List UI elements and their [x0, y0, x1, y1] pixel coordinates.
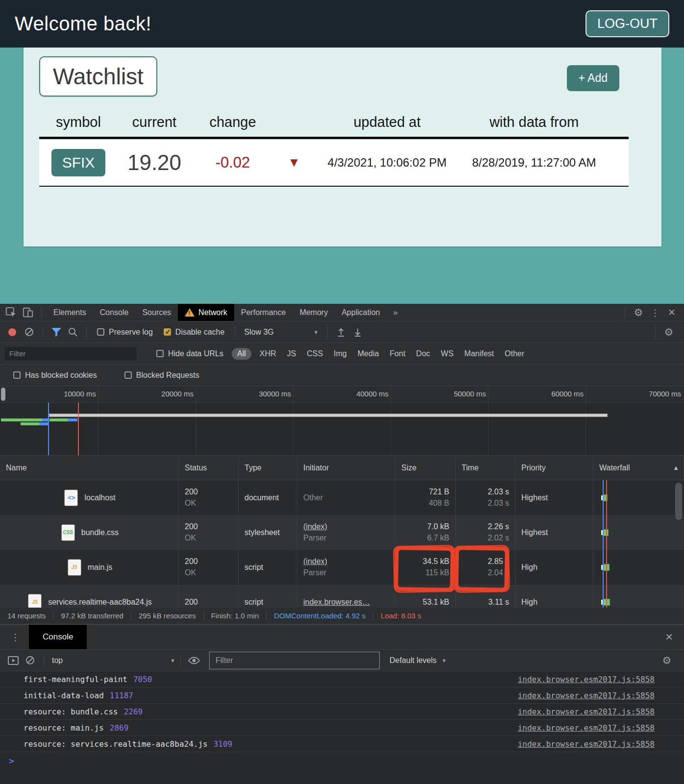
css-file-icon: CSS: [62, 525, 74, 540]
hide-data-urls-checkbox[interactable]: Hide data URLs: [156, 349, 223, 358]
eye-icon[interactable]: [186, 653, 202, 668]
col-status[interactable]: Status: [179, 456, 239, 480]
col-type[interactable]: Type: [239, 456, 297, 480]
request-row-localhost[interactable]: <> localhost 200OK document Other 721 B4…: [0, 480, 684, 515]
filter-type-css[interactable]: CSS: [307, 349, 323, 358]
source-link[interactable]: index.browser.esm2017.js:5858: [518, 739, 655, 749]
settings-gear-icon[interactable]: ⚙: [630, 305, 647, 320]
close-drawer-icon[interactable]: ✕: [665, 631, 673, 643]
device-toolbar-icon[interactable]: [20, 305, 36, 320]
clear-console-icon[interactable]: [26, 656, 34, 664]
col-with-data-from: with data from: [461, 114, 608, 130]
col-initiator[interactable]: Initiator: [297, 456, 395, 480]
clear-icon[interactable]: [25, 328, 33, 336]
network-summary-bar: 14 requests 97.2 kB transferred 295 kB r…: [0, 608, 684, 624]
waterfall-bar: [601, 494, 621, 501]
log-entry: initial-data-load11187 index.browser.esm…: [0, 687, 684, 704]
search-icon[interactable]: [65, 325, 81, 340]
filter-type-js[interactable]: JS: [287, 349, 296, 358]
tick-label: 30000 ms: [259, 390, 291, 398]
js-file-icon: JS: [28, 594, 41, 608]
record-icon[interactable]: [8, 328, 16, 336]
symbol-badge[interactable]: SFIX: [51, 149, 106, 176]
console-sidebar-icon[interactable]: [5, 653, 22, 668]
timeline-blue-bar: [68, 418, 77, 421]
network-settings-gear-icon[interactable]: ⚙: [660, 325, 677, 340]
filter-type-xhr[interactable]: XHR: [260, 349, 276, 358]
preserve-log-checkbox[interactable]: Preserve log: [97, 328, 153, 337]
console-settings-gear-icon[interactable]: ⚙: [659, 653, 675, 668]
devtools-tabbar: Elements Console Sources Network Perform…: [0, 304, 684, 321]
close-devtools-icon[interactable]: ✕: [663, 305, 680, 320]
filter-funnel-icon[interactable]: [48, 325, 65, 340]
col-name[interactable]: Name: [0, 456, 179, 480]
console-prompt[interactable]: >: [0, 752, 684, 769]
import-har-icon[interactable]: [333, 325, 349, 340]
col-waterfall[interactable]: Waterfall: [593, 456, 684, 480]
tick-label: 50000 ms: [454, 390, 486, 398]
drawer-kebab-icon[interactable]: ⋮: [11, 632, 20, 642]
filter-type-other[interactable]: Other: [505, 349, 524, 358]
waterfall-bar: [601, 529, 621, 536]
filter-type-all[interactable]: All: [232, 348, 251, 360]
tab-elements[interactable]: Elements: [47, 304, 93, 321]
source-link[interactable]: index.browser.esm2017.js:5858: [518, 723, 655, 733]
checkbox-checked-icon: [164, 328, 171, 336]
checkbox-icon: [13, 371, 21, 379]
throttling-dropdown[interactable]: Slow 3G ▼: [240, 328, 322, 337]
network-table-header: Name Status Type Initiator Size Time Pri…: [0, 456, 684, 480]
request-row-main-js[interactable]: JS main.js 200OK script (index)Parser 34…: [0, 550, 684, 585]
export-har-icon[interactable]: [349, 325, 366, 340]
col-size[interactable]: Size: [395, 456, 456, 480]
dcl-marker-line: [48, 403, 49, 455]
add-button[interactable]: + Add: [567, 65, 619, 91]
filter-type-img[interactable]: Img: [334, 349, 347, 358]
timeline-handle[interactable]: [1, 388, 5, 401]
disable-cache-checkbox[interactable]: Disable cache: [164, 328, 225, 337]
tab-application[interactable]: Application: [335, 304, 387, 321]
more-tabs-icon[interactable]: »: [387, 307, 404, 318]
filter-type-doc[interactable]: Doc: [416, 349, 430, 358]
filter-type-manifest[interactable]: Manifest: [464, 349, 494, 358]
sort-asc-icon[interactable]: ▲: [673, 464, 679, 471]
tab-performance[interactable]: Performance: [234, 304, 293, 321]
filter-type-font[interactable]: Font: [390, 349, 405, 358]
checkbox-icon: [97, 328, 104, 336]
checkbox-icon: [156, 350, 164, 357]
network-filter-input[interactable]: [4, 346, 137, 361]
current-price: 19.20: [118, 150, 191, 175]
filter-type-media[interactable]: Media: [358, 349, 379, 358]
tab-console[interactable]: Console: [93, 304, 136, 321]
source-link[interactable]: index.browser.esm2017.js:5858: [518, 707, 655, 716]
chevron-down-icon: ▼: [441, 658, 447, 663]
execution-context-dropdown[interactable]: top ▼: [52, 656, 175, 665]
inspect-cursor-icon[interactable]: [3, 305, 20, 320]
source-link[interactable]: index.browser.esm2017.js:5858: [518, 691, 655, 700]
console-log-area: first-meaningful-paint7050 index.browser…: [0, 671, 684, 784]
blocked-requests-checkbox[interactable]: Blocked Requests: [124, 371, 199, 380]
col-priority[interactable]: Priority: [515, 456, 593, 480]
time-annotation-box: [455, 547, 508, 591]
tab-memory[interactable]: Memory: [293, 304, 335, 321]
timeline-overview[interactable]: [0, 403, 684, 456]
log-entry: resource: main.js2869 index.browser.esm2…: [0, 720, 684, 736]
log-levels-dropdown[interactable]: Default levels ▼: [387, 656, 450, 665]
col-time[interactable]: Time: [456, 456, 515, 480]
kebab-menu-icon[interactable]: ⋮: [647, 305, 663, 320]
warning-icon: [185, 308, 195, 317]
finish-time: Finish: 1.0 min: [204, 612, 267, 620]
console-drawer-header: ⋮ Console ✕: [0, 624, 684, 650]
console-filter-input[interactable]: [209, 652, 380, 669]
logout-button[interactable]: LOG-OUT: [586, 10, 669, 37]
has-blocked-cookies-checkbox[interactable]: Has blocked cookies: [13, 371, 97, 380]
console-drawer-tab[interactable]: Console: [29, 625, 87, 649]
filter-type-ws[interactable]: WS: [441, 349, 454, 358]
request-row-bundle-css[interactable]: CSS bundle.css 200OK stylesheet (index)P…: [0, 515, 684, 550]
tab-network[interactable]: Network: [178, 304, 234, 321]
tab-sources[interactable]: Sources: [135, 304, 178, 321]
scrollbar-thumb[interactable]: [675, 483, 682, 520]
timeline-green-bar: [1, 418, 42, 421]
source-link[interactable]: index.browser.esm2017.js:5858: [518, 675, 655, 684]
request-row-services-realtime[interactable]: JS services.realtime-aac8ba24.js 200 scr…: [0, 585, 684, 608]
dom-content-loaded-time: DOMContentLoaded: 4.92 s: [267, 612, 373, 620]
